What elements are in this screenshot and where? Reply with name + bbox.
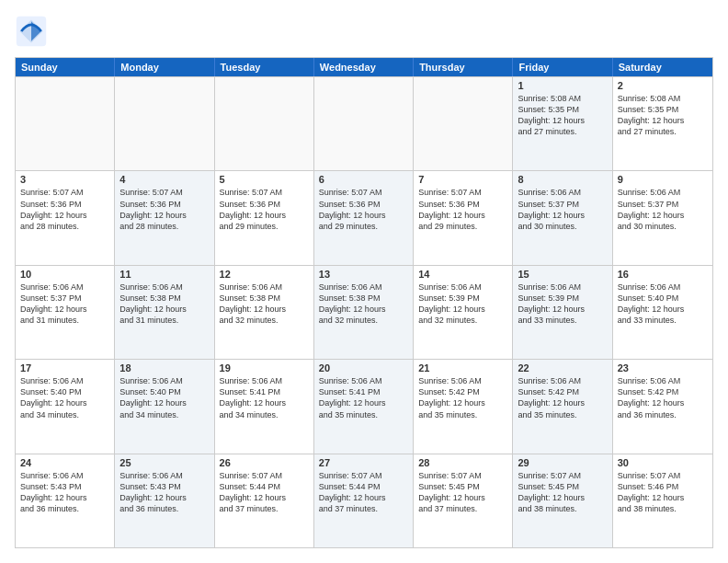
calendar-cell: 6Sunrise: 5:07 AM Sunset: 5:36 PM Daylig… — [314, 171, 414, 264]
day-number: 10 — [20, 269, 109, 280]
weekday-header-friday: Friday — [513, 58, 612, 76]
calendar-cell: 9Sunrise: 5:06 AM Sunset: 5:37 PM Daylig… — [613, 171, 712, 264]
day-number: 21 — [418, 362, 507, 373]
day-number: 11 — [119, 269, 209, 280]
day-number: 14 — [418, 269, 507, 280]
logo-icon — [15, 15, 48, 48]
calendar-cell — [314, 77, 414, 170]
cell-info: Sunrise: 5:07 AM Sunset: 5:36 PM Dayligh… — [220, 187, 309, 232]
calendar-cell: 3Sunrise: 5:07 AM Sunset: 5:36 PM Daylig… — [16, 171, 115, 264]
page: SundayMondayTuesdayWednesdayThursdayFrid… — [0, 0, 728, 563]
calendar-cell — [215, 77, 314, 170]
day-number: 3 — [20, 174, 109, 185]
day-number: 27 — [319, 457, 408, 468]
cell-info: Sunrise: 5:07 AM Sunset: 5:44 PM Dayligh… — [319, 470, 408, 515]
cell-info: Sunrise: 5:07 AM Sunset: 5:44 PM Dayligh… — [220, 470, 309, 515]
calendar: SundayMondayTuesdayWednesdayThursdayFrid… — [15, 57, 713, 548]
day-number: 12 — [220, 269, 309, 280]
calendar-cell: 28Sunrise: 5:07 AM Sunset: 5:45 PM Dayli… — [414, 454, 513, 547]
cell-info: Sunrise: 5:07 AM Sunset: 5:36 PM Dayligh… — [418, 187, 507, 232]
weekday-header-sunday: Sunday — [16, 58, 115, 76]
cell-info: Sunrise: 5:06 AM Sunset: 5:40 PM Dayligh… — [20, 375, 109, 420]
calendar-cell: 29Sunrise: 5:07 AM Sunset: 5:45 PM Dayli… — [513, 454, 612, 547]
weekday-header-saturday: Saturday — [613, 58, 712, 76]
day-number: 23 — [618, 362, 708, 373]
day-number: 17 — [20, 362, 109, 373]
day-number: 5 — [220, 174, 309, 185]
day-number: 28 — [418, 457, 507, 468]
cell-info: Sunrise: 5:07 AM Sunset: 5:45 PM Dayligh… — [518, 470, 607, 515]
calendar-header: SundayMondayTuesdayWednesdayThursdayFrid… — [16, 58, 712, 76]
calendar-cell: 13Sunrise: 5:06 AM Sunset: 5:38 PM Dayli… — [314, 266, 414, 359]
calendar-cell: 10Sunrise: 5:06 AM Sunset: 5:37 PM Dayli… — [16, 266, 115, 359]
day-number: 18 — [119, 362, 209, 373]
cell-info: Sunrise: 5:06 AM Sunset: 5:40 PM Dayligh… — [119, 375, 209, 420]
cell-info: Sunrise: 5:06 AM Sunset: 5:38 PM Dayligh… — [220, 282, 309, 327]
day-number: 8 — [518, 174, 607, 185]
cell-info: Sunrise: 5:07 AM Sunset: 5:46 PM Dayligh… — [618, 470, 708, 515]
calendar-cell: 14Sunrise: 5:06 AM Sunset: 5:39 PM Dayli… — [414, 266, 513, 359]
calendar-cell: 8Sunrise: 5:06 AM Sunset: 5:37 PM Daylig… — [513, 171, 612, 264]
calendar-cell: 11Sunrise: 5:06 AM Sunset: 5:38 PM Dayli… — [115, 266, 214, 359]
day-number: 16 — [618, 269, 708, 280]
calendar-cell: 5Sunrise: 5:07 AM Sunset: 5:36 PM Daylig… — [215, 171, 314, 264]
cell-info: Sunrise: 5:06 AM Sunset: 5:43 PM Dayligh… — [20, 470, 109, 515]
calendar-cell: 16Sunrise: 5:06 AM Sunset: 5:40 PM Dayli… — [613, 266, 712, 359]
calendar-cell: 25Sunrise: 5:06 AM Sunset: 5:43 PM Dayli… — [115, 454, 214, 547]
calendar-cell: 27Sunrise: 5:07 AM Sunset: 5:44 PM Dayli… — [314, 454, 414, 547]
day-number: 15 — [518, 269, 607, 280]
weekday-header-thursday: Thursday — [414, 58, 513, 76]
calendar-row-2: 10Sunrise: 5:06 AM Sunset: 5:37 PM Dayli… — [16, 265, 712, 359]
calendar-row-4: 24Sunrise: 5:06 AM Sunset: 5:43 PM Dayli… — [16, 454, 712, 547]
calendar-row-1: 3Sunrise: 5:07 AM Sunset: 5:36 PM Daylig… — [16, 170, 712, 264]
calendar-cell: 26Sunrise: 5:07 AM Sunset: 5:44 PM Dayli… — [215, 454, 314, 547]
day-number: 9 — [618, 174, 708, 185]
calendar-row-3: 17Sunrise: 5:06 AM Sunset: 5:40 PM Dayli… — [16, 359, 712, 453]
day-number: 7 — [418, 174, 507, 185]
weekday-header-tuesday: Tuesday — [215, 58, 314, 76]
cell-info: Sunrise: 5:06 AM Sunset: 5:42 PM Dayligh… — [518, 375, 607, 420]
calendar-cell: 21Sunrise: 5:06 AM Sunset: 5:42 PM Dayli… — [414, 360, 513, 453]
calendar-cell: 2Sunrise: 5:08 AM Sunset: 5:35 PM Daylig… — [613, 77, 712, 170]
day-number: 1 — [518, 80, 607, 91]
calendar-cell: 30Sunrise: 5:07 AM Sunset: 5:46 PM Dayli… — [613, 454, 712, 547]
day-number: 4 — [119, 174, 209, 185]
cell-info: Sunrise: 5:07 AM Sunset: 5:36 PM Dayligh… — [319, 187, 408, 232]
cell-info: Sunrise: 5:07 AM Sunset: 5:36 PM Dayligh… — [20, 187, 109, 232]
calendar-cell: 24Sunrise: 5:06 AM Sunset: 5:43 PM Dayli… — [16, 454, 115, 547]
calendar-cell — [16, 77, 115, 170]
cell-info: Sunrise: 5:06 AM Sunset: 5:39 PM Dayligh… — [418, 282, 507, 327]
cell-info: Sunrise: 5:06 AM Sunset: 5:41 PM Dayligh… — [319, 375, 408, 420]
day-number: 2 — [618, 80, 708, 91]
day-number: 26 — [220, 457, 309, 468]
day-number: 24 — [20, 457, 109, 468]
weekday-header-wednesday: Wednesday — [314, 58, 414, 76]
cell-info: Sunrise: 5:06 AM Sunset: 5:43 PM Dayligh… — [119, 470, 209, 515]
day-number: 30 — [618, 457, 708, 468]
cell-info: Sunrise: 5:07 AM Sunset: 5:45 PM Dayligh… — [418, 470, 507, 515]
cell-info: Sunrise: 5:06 AM Sunset: 5:37 PM Dayligh… — [518, 187, 607, 232]
cell-info: Sunrise: 5:07 AM Sunset: 5:36 PM Dayligh… — [119, 187, 209, 232]
calendar-cell: 18Sunrise: 5:06 AM Sunset: 5:40 PM Dayli… — [115, 360, 214, 453]
calendar-row-0: 1Sunrise: 5:08 AM Sunset: 5:35 PM Daylig… — [16, 76, 712, 170]
day-number: 6 — [319, 174, 408, 185]
calendar-cell: 19Sunrise: 5:06 AM Sunset: 5:41 PM Dayli… — [215, 360, 314, 453]
calendar-cell: 12Sunrise: 5:06 AM Sunset: 5:38 PM Dayli… — [215, 266, 314, 359]
cell-info: Sunrise: 5:06 AM Sunset: 5:37 PM Dayligh… — [618, 187, 708, 232]
cell-info: Sunrise: 5:06 AM Sunset: 5:41 PM Dayligh… — [220, 375, 309, 420]
cell-info: Sunrise: 5:06 AM Sunset: 5:38 PM Dayligh… — [319, 282, 408, 327]
calendar-cell: 4Sunrise: 5:07 AM Sunset: 5:36 PM Daylig… — [115, 171, 214, 264]
calendar-cell — [115, 77, 214, 170]
calendar-cell: 22Sunrise: 5:06 AM Sunset: 5:42 PM Dayli… — [513, 360, 612, 453]
calendar-cell — [414, 77, 513, 170]
cell-info: Sunrise: 5:08 AM Sunset: 5:35 PM Dayligh… — [518, 93, 607, 138]
logo — [15, 15, 53, 48]
calendar-cell: 17Sunrise: 5:06 AM Sunset: 5:40 PM Dayli… — [16, 360, 115, 453]
calendar-cell: 1Sunrise: 5:08 AM Sunset: 5:35 PM Daylig… — [513, 77, 612, 170]
cell-info: Sunrise: 5:06 AM Sunset: 5:39 PM Dayligh… — [518, 282, 607, 327]
calendar-cell: 23Sunrise: 5:06 AM Sunset: 5:42 PM Dayli… — [613, 360, 712, 453]
cell-info: Sunrise: 5:06 AM Sunset: 5:42 PM Dayligh… — [418, 375, 507, 420]
header — [15, 15, 713, 48]
day-number: 13 — [319, 269, 408, 280]
calendar-cell: 20Sunrise: 5:06 AM Sunset: 5:41 PM Dayli… — [314, 360, 414, 453]
